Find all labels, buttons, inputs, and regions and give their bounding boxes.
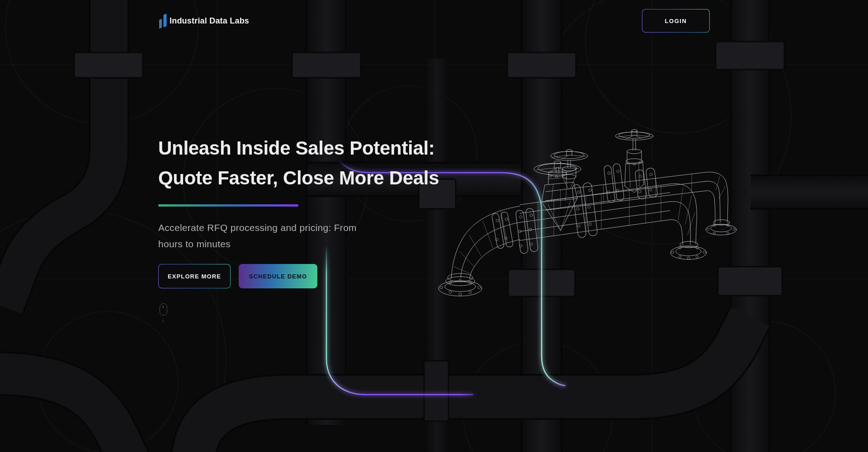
heading-gradient-underline [158, 204, 298, 207]
cta-button-row: EXPLORE MORE SCHEDULE DEMO [158, 264, 317, 288]
login-button[interactable]: LOGIN [642, 9, 710, 33]
scroll-indicator: ↓ [159, 303, 168, 323]
hero-subtitle-line2: hours to minutes [158, 236, 357, 252]
down-arrow-icon: ↓ [162, 317, 165, 323]
explore-more-button[interactable]: EXPLORE MORE [158, 264, 231, 288]
hero-subtitle: Accelerate RFQ processing and pricing: F… [158, 220, 357, 252]
mouse-wheel-icon [163, 306, 164, 308]
hero-section: Unleash Inside Sales Potential: Quote Fa… [0, 0, 868, 452]
brand-logo[interactable]: Industrial Data Labs [159, 13, 249, 29]
mouse-scroll-icon [160, 303, 167, 315]
hero-subtitle-line1: Accelerate RFQ processing and pricing: F… [158, 220, 357, 236]
bar-chart-logo-icon [159, 13, 167, 29]
page-title: Unleash Inside Sales Potential: Quote Fa… [158, 133, 439, 193]
brand-name: Industrial Data Labs [170, 16, 249, 26]
page-title-line2: Quote Faster, Close More Deals [158, 163, 439, 193]
schedule-demo-button[interactable]: SCHEDULE DEMO [239, 264, 317, 288]
page-title-line1: Unleash Inside Sales Potential: [158, 133, 439, 163]
top-navigation: Industrial Data Labs LOGIN [0, 0, 868, 39]
